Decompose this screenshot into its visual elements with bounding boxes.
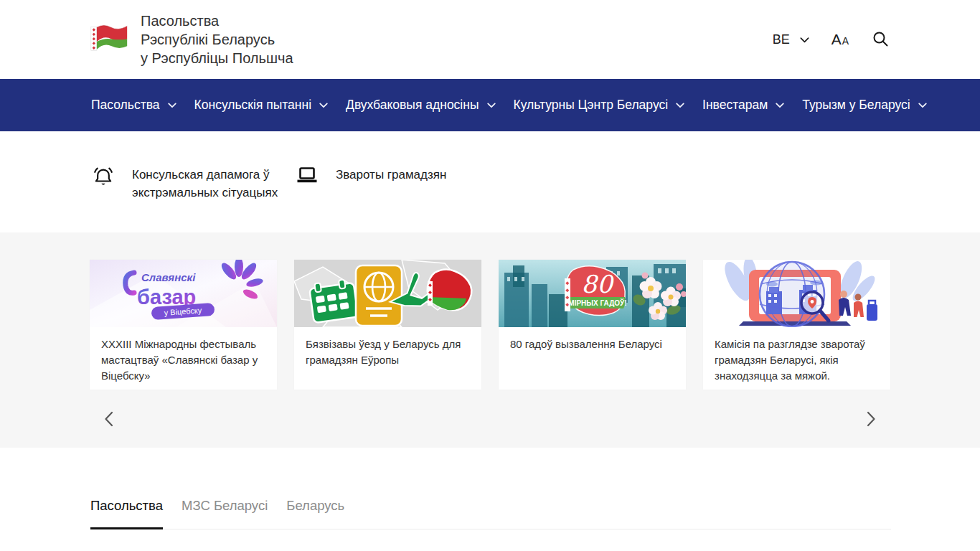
site-title: Пасольства Рэспублікі Беларусь у Рэспубл… (141, 11, 293, 67)
nav-item-label: Турызм у Беларусі (802, 98, 910, 113)
tab-belarus[interactable]: Беларусь (286, 497, 344, 529)
nav-item-investaram[interactable]: Інвестарам (702, 98, 785, 113)
belarus-flag-icon (90, 22, 128, 56)
chevron-right-icon (859, 408, 882, 430)
nav-item-pasolstva[interactable]: Пасольства (91, 98, 177, 113)
font-size-large-label: A (831, 31, 842, 47)
search-icon (872, 30, 889, 47)
bottom-tabs: Пасольства МЗС Беларусі Беларусь (0, 497, 980, 529)
chevron-down-icon (799, 34, 810, 45)
news-card-image-commission (703, 260, 890, 327)
news-card-image-80-years: МІРНЫХ ГАДОЎ! 80 (499, 260, 686, 327)
tab-pasolstva[interactable]: Пасольства (90, 497, 163, 529)
news-card-title: XXXIII Міжнародны фестываль мастацтваў «… (90, 327, 277, 384)
chevron-down-icon (486, 100, 496, 110)
nav-item-label: Двухбаковыя адносіны (346, 98, 479, 113)
nav-item-label: Пасольства (91, 98, 160, 113)
site-logo[interactable] (90, 22, 128, 57)
tab-mzs-belarusi[interactable]: МЗС Беларусі (182, 497, 268, 529)
chevron-down-icon (675, 100, 685, 110)
news-card-image-visa-free (294, 260, 481, 327)
search-button[interactable] (871, 30, 890, 49)
chevron-down-icon (918, 100, 928, 110)
nav-item-label: Культурны Цэнтр Беларусі (514, 98, 669, 113)
laptop-icon (296, 166, 318, 202)
liberation-banner-text: МІРНЫХ ГАДОЎ! (568, 298, 626, 307)
nav-item-konsulskiya-pytanni[interactable]: Консульскія пытанні (194, 98, 329, 113)
nav-item-kulturny-centr[interactable]: Культурны Цэнтр Беларусі (514, 98, 686, 113)
carousel-prev-button[interactable] (98, 408, 121, 430)
news-carousel: Славянскі базар у Віцебску XXXIII Міжнар… (0, 232, 980, 448)
chevron-down-icon (167, 100, 177, 110)
quick-link-label: Консульская дапамога ў экстрэмальных сіт… (132, 166, 280, 202)
liberation-number-text: 80 (581, 270, 614, 298)
font-size-toggle[interactable]: AA (831, 31, 849, 48)
header: Пасольства Рэспублікі Беларусь у Рэспубл… (0, 0, 980, 79)
nav-item-label: Консульскія пытанні (194, 98, 312, 113)
nav-item-dvuhbakovyya-adnosiny[interactable]: Двухбаковыя адносіны (346, 98, 496, 113)
news-card-visa-free[interactable]: Бязвізавы ўезд у Беларусь для грамадзян … (294, 260, 481, 390)
festival-logo-top-text: Славянскі (141, 271, 196, 283)
bell-icon (93, 166, 114, 202)
main-nav: Пасольства Консульскія пытанні Двухбаков… (0, 79, 980, 131)
carousel-next-button[interactable] (859, 408, 882, 430)
news-card-title: 80 гадоў вызвалення Беларусі (499, 327, 686, 352)
chevron-down-icon (319, 100, 329, 110)
header-controls: BE AA (773, 30, 890, 49)
chevron-left-icon (98, 408, 121, 430)
font-size-small-label: A (842, 35, 849, 47)
news-card-image-festival: Славянскі базар у Віцебску (90, 260, 277, 327)
nav-item-turyzm[interactable]: Турызм у Беларусі (802, 98, 927, 113)
news-cards: Славянскі базар у Віцебску XXXIII Міжнар… (0, 232, 980, 390)
nav-item-label: Інвестарам (702, 98, 768, 113)
quick-link-label: Звароты грамадзян (336, 166, 446, 202)
site-title-line: у Рэспубліцы Польшча (141, 49, 293, 67)
quick-links: Консульская дапамога ў экстрэмальных сіт… (0, 131, 980, 202)
quick-link-consular-help[interactable]: Консульская дапамога ў экстрэмальных сіт… (93, 166, 296, 202)
site-title-line: Рэспублікі Беларусь (141, 30, 293, 49)
language-code: BE (773, 32, 790, 47)
quick-link-citizen-appeals[interactable]: Звароты грамадзян (296, 166, 446, 202)
site-title-line: Пасольства (141, 11, 293, 30)
news-card-slavianski-bazar[interactable]: Славянскі базар у Віцебску XXXIII Міжнар… (90, 260, 277, 390)
news-card-title: Бязвізавы ўезд у Беларусь для грамадзян … (294, 327, 481, 368)
language-selector[interactable]: BE (773, 32, 810, 47)
news-card-title: Камісія па разглядзе зваротаў грамадзян … (703, 327, 890, 384)
news-card-commission[interactable]: Камісія па разглядзе зваротаў грамадзян … (703, 260, 890, 390)
chevron-down-icon (775, 100, 785, 110)
news-card-80-years[interactable]: МІРНЫХ ГАДОЎ! 80 (499, 260, 686, 390)
